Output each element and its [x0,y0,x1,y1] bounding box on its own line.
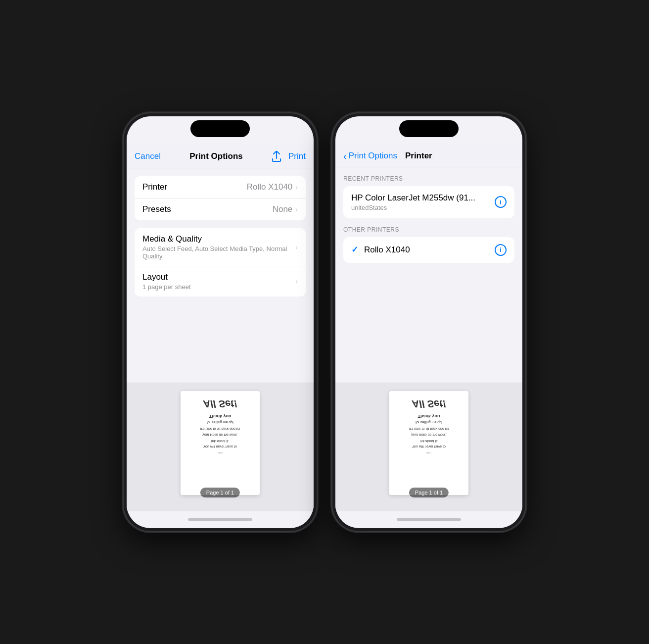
info-icon-rollo: i [500,246,502,253]
media-quality-title: Media & Quality [142,234,295,244]
printer-value: Rollo X1040 [247,182,293,192]
info-icon: i [500,198,502,206]
preview-brand-right: rollo [393,450,464,454]
presets-row[interactable]: Presets None › [135,198,306,220]
hp-printer-location: unitedStates [351,204,495,211]
hp-info-button[interactable]: i [495,196,507,208]
layout-chevron-icon: › [295,277,298,285]
dynamic-island [190,120,250,137]
layout-content: Layout 1 page per sheet [142,272,295,291]
media-quality-row[interactable]: Media & Quality Auto Select Feed, Auto S… [135,228,306,266]
nav-right: Print [272,151,306,162]
left-screen: Cancel Print Options Print Printer Rollo… [127,116,314,528]
rollo-printer-row[interactable]: ✓ Rollo X1040 i [343,237,514,263]
layout-row[interactable]: Layout 1 page per sheet › [135,266,306,297]
other-printers-group: ✓ Rollo X1040 i [343,237,514,263]
right-phone: ‹ Print Options Printer Recent Printers … [332,113,525,531]
dynamic-island-right [399,120,459,137]
recent-printers-header: Recent Printers [335,171,522,184]
back-chevron-icon: ‹ [343,151,347,161]
preview-content-right: rollo You will never have to ink about i… [389,391,468,495]
preview-text-block-right: You will never have to ink about it. you… [393,396,464,449]
preview-paper: rollo You will never have to ink about i… [181,391,260,495]
cancel-button[interactable]: Cancel [135,151,161,161]
presets-value: None [273,204,293,214]
printer-label: Printer [142,182,167,192]
preview-area: rollo You will never have to ink about i… [127,383,314,511]
home-indicator [127,511,314,528]
layout-title: Layout [142,272,295,282]
back-button[interactable]: ‹ Print Options [343,151,397,161]
presets-value-group: None › [273,204,298,214]
printer-title: Printer [405,151,432,161]
presets-chevron-icon: › [295,205,298,213]
preview-content: rollo You will never have to ink about i… [181,391,260,495]
hp-printer-info: HP Color LaserJet M255dw (91... unitedSt… [351,193,495,211]
media-layout-group: Media & Quality Auto Select Feed, Auto S… [135,228,306,297]
other-printers-header: Other Printers [335,222,522,235]
rollo-info-button[interactable]: i [495,244,507,256]
left-phone: Cancel Print Options Print Printer Rollo… [124,113,317,531]
home-indicator-right [335,511,522,528]
presets-label: Presets [142,204,171,214]
printer-row[interactable]: Printer Rollo X1040 › [135,176,306,198]
printer-presets-group: Printer Rollo X1040 › Presets None › [135,176,306,220]
nav-bar-back: ‹ Print Options Printer [335,145,522,167]
right-screen: ‹ Print Options Printer Recent Printers … [335,116,522,528]
content-area: Printer Rollo X1040 › Presets None › [127,168,314,383]
preview-area-right: rollo You will never have to ink about i… [335,383,522,511]
home-bar-right [397,518,461,521]
preview-paper-right: rollo You will never have to ink about i… [389,391,468,495]
back-label: Print Options [349,151,397,161]
share-button[interactable] [272,151,281,162]
preview-page-label-right: Page 1 of 1 [409,488,449,497]
recent-printers-group: HP Color LaserJet M255dw (91... unitedSt… [343,186,514,218]
preview-page-label: Page 1 of 1 [200,488,240,497]
media-quality-content: Media & Quality Auto Select Feed, Auto S… [142,234,295,260]
preview-brand: rollo [185,450,256,454]
hp-printer-row[interactable]: HP Color LaserJet M255dw (91... unitedSt… [343,186,514,218]
printer-chevron-icon: › [295,183,298,191]
print-button[interactable]: Print [288,151,306,161]
nav-bar: Cancel Print Options Print [127,145,314,168]
hp-printer-name: HP Color LaserJet M255dw (91... [351,193,495,203]
media-quality-chevron-icon: › [295,243,298,251]
nav-title: Print Options [189,151,243,161]
printer-value-group: Rollo X1040 › [247,182,298,192]
preview-text-block: You will never have to ink about it. you… [185,396,256,449]
layout-subtitle: 1 page per sheet [142,283,295,291]
media-quality-subtitle: Auto Select Feed, Auto Select Media Type… [142,245,295,260]
printer-content: Recent Printers HP Color LaserJet M255dw… [335,167,522,383]
check-mark-icon: ✓ [351,245,358,255]
home-bar [188,518,252,521]
rollo-printer-name: Rollo X1040 [364,245,495,255]
